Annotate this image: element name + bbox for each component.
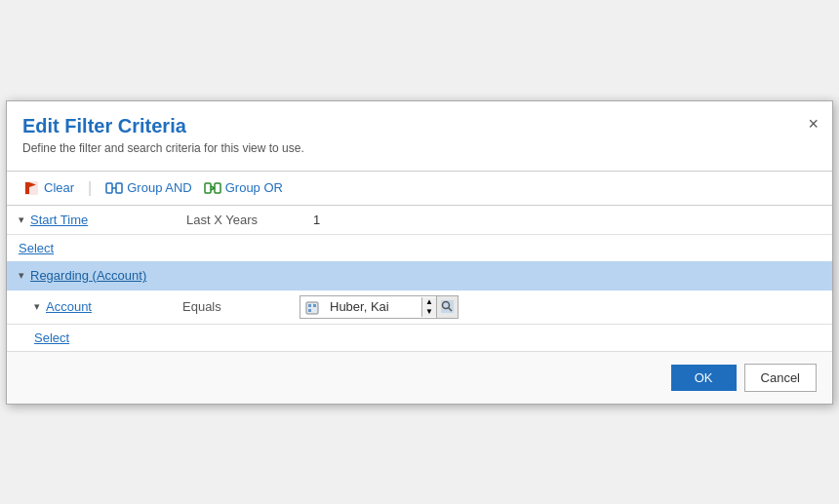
lookup-icon xyxy=(441,300,454,313)
ok-button[interactable]: OK xyxy=(671,365,737,391)
start-time-chevron[interactable]: ▾ xyxy=(19,213,24,226)
lookup-button[interactable] xyxy=(436,296,458,318)
clear-button[interactable]: Clear xyxy=(19,177,78,199)
clear-icon xyxy=(22,179,40,197)
edit-filter-dialog: Edit Filter Criteria Define the filter a… xyxy=(6,100,833,405)
dialog-title: Edit Filter Criteria xyxy=(22,115,817,137)
svg-rect-4 xyxy=(116,183,122,193)
start-time-operator[interactable]: Last X Years xyxy=(186,213,313,227)
start-time-field[interactable]: Start Time xyxy=(30,213,186,227)
close-button[interactable]: × xyxy=(808,115,819,133)
account-operator[interactable]: Equals xyxy=(182,299,300,314)
cancel-button[interactable]: Cancel xyxy=(744,364,817,392)
spin-up-button[interactable]: ▲ xyxy=(422,297,436,307)
svg-rect-13 xyxy=(308,309,311,312)
group-or-label: Group OR xyxy=(225,180,283,195)
group-and-label: Group AND xyxy=(127,180,191,195)
svg-rect-6 xyxy=(205,183,211,193)
dialog-header: Edit Filter Criteria Define the filter a… xyxy=(7,101,832,161)
group-and-button[interactable]: Group AND xyxy=(101,177,195,199)
filter-area: ▾ Start Time Last X Years 1 Select ▾ Reg… xyxy=(7,206,832,351)
dialog-subtitle: Define the filter and search criteria fo… xyxy=(22,141,817,155)
svg-rect-12 xyxy=(313,304,316,307)
account-chevron[interactable]: ▾ xyxy=(34,300,40,313)
group-or-button[interactable]: Group OR xyxy=(200,177,287,199)
svg-rect-11 xyxy=(308,304,311,307)
lookup-record-icon xyxy=(300,296,324,316)
svg-rect-7 xyxy=(215,183,220,193)
clear-label: Clear xyxy=(44,180,74,195)
group-and-icon xyxy=(105,179,123,197)
start-time-value: 1 xyxy=(313,213,320,227)
toolbar-separator: | xyxy=(88,179,92,197)
group-chevron[interactable]: ▾ xyxy=(19,269,24,282)
value-spinner: ▲ ▼ xyxy=(421,297,436,317)
svg-rect-1 xyxy=(25,182,29,194)
svg-rect-10 xyxy=(306,302,318,314)
account-field[interactable]: Account xyxy=(46,299,182,314)
spin-down-button[interactable]: ▼ xyxy=(422,307,436,317)
account-row: ▾ Account Equals Huber, Kai xyxy=(7,291,832,325)
svg-rect-3 xyxy=(106,183,112,193)
account-value-text: Huber, Kai xyxy=(324,297,421,316)
account-value-control: Huber, Kai ▲ ▼ xyxy=(300,295,459,319)
select-top-link[interactable]: Select xyxy=(7,235,832,261)
toolbar: Clear | Group AND xyxy=(7,171,832,206)
start-time-row: ▾ Start Time Last X Years 1 xyxy=(7,206,832,235)
select-bottom-link[interactable]: Select xyxy=(7,325,832,351)
group-name[interactable]: Regarding (Account) xyxy=(30,268,146,283)
dialog-footer: OK Cancel xyxy=(7,351,832,404)
group-or-icon xyxy=(204,179,221,197)
regarding-account-group: ▾ Regarding (Account) xyxy=(7,261,832,291)
dialog-body: Clear | Group AND xyxy=(7,161,832,351)
